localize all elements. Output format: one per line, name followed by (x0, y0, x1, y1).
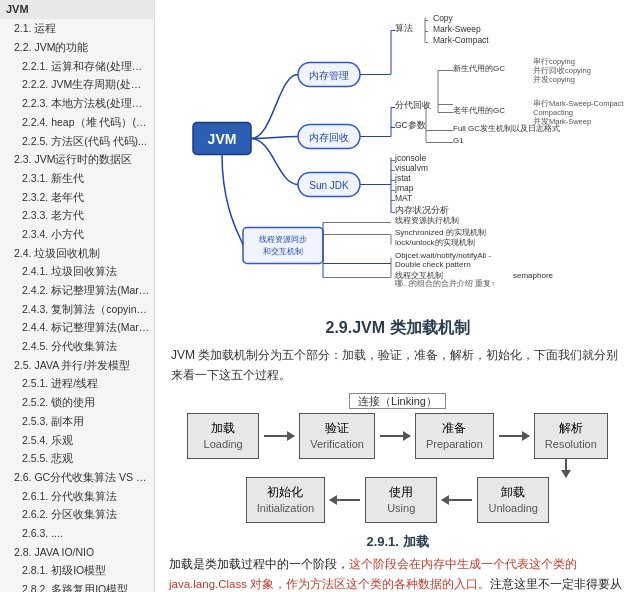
box-verification: 验证 Verification (299, 413, 375, 459)
sidebar-item[interactable]: 2.5.5. 悲观 (0, 449, 154, 468)
main-content[interactable]: JVM 内存管理 内存回收 Sun JDK 线程资源同步 和交互机制 算法 (155, 0, 640, 592)
arrow-2 (375, 435, 415, 437)
sidebar-item[interactable]: 2.4. 垃圾回收机制 (0, 244, 154, 263)
subsection-heading: 2.9.1. 加载 (171, 533, 624, 551)
svg-text:Mark-Sweep: Mark-Sweep (433, 24, 481, 34)
sidebar-item[interactable]: 2.4.4. 标记整理算法(Mark-Co... (0, 318, 154, 337)
down-arrow-resolution (565, 459, 567, 477)
svg-text:Full GC发生机制以及日志格式: Full GC发生机制以及日志格式 (453, 124, 560, 133)
sidebar-item[interactable]: 2.5.2. 锁的使用 (0, 393, 154, 412)
svg-text:GC参数: GC参数 (395, 120, 426, 130)
body-text-part1: 加载是类加载过程中的一个阶段， (169, 558, 349, 570)
svg-line-58 (360, 185, 395, 213)
sidebar-item[interactable]: 2.2.4. heap（堆 代码）(处理机制)... (0, 113, 154, 132)
sidebar-item[interactable]: 2.3.2. 老年代 (0, 188, 154, 207)
body-text: 加载是类加载过程中的一个阶段，这个阶段会在内存中生成一个代表这个类的 java.… (169, 555, 626, 592)
mindmap-svg: JVM 内存管理 内存回收 Sun JDK 线程资源同步 和交互机制 算法 (163, 10, 640, 300)
sidebar-item[interactable]: 2.2.1. 运算和存储(处理机制) (0, 57, 154, 76)
sidebar-item[interactable]: 2.3.4. 小方代 (0, 225, 154, 244)
svg-text:内存回收: 内存回收 (309, 132, 349, 143)
sidebar-item[interactable]: 2.4.2. 标记整理算法(Mark-Sw... (0, 281, 154, 300)
box-unloading: 卸载 Unloading (477, 477, 549, 523)
loading-diagram: 连接（Linking） 加载 Loading 验证 Verification (171, 394, 624, 523)
svg-text:MAT: MAT (395, 193, 412, 203)
sidebar-item[interactable]: 2.2. JVM的功能 (0, 38, 154, 57)
sidebar-item[interactable]: 2.1. 运程 (0, 19, 154, 38)
svg-text:semaphore: semaphore (513, 271, 554, 280)
box-resolution: 解析 Resolution (534, 413, 608, 459)
svg-text:和交互机制: 和交互机制 (263, 247, 303, 256)
sidebar-item[interactable]: 2.6.1. 分代收集算法 (0, 487, 154, 506)
svg-text:Compacting: Compacting (533, 108, 573, 117)
mindmap-area: JVM 内存管理 内存回收 Sun JDK 线程资源同步 和交互机制 算法 (155, 0, 640, 310)
section-heading: 2.9.JVM 类加载机制 (171, 318, 624, 339)
svg-text:Mark-Compact: Mark-Compact (433, 35, 489, 45)
svg-text:lock/unlock的实现机制: lock/unlock的实现机制 (395, 238, 475, 247)
svg-text:并发copying: 并发copying (533, 75, 575, 84)
box-loading: 加载 Loading (187, 413, 259, 459)
svg-text:Double check pattern: Double check pattern (395, 260, 471, 269)
svg-text:线程资源同步: 线程资源同步 (259, 235, 307, 244)
sidebar-item[interactable]: 2.8.1. 初级IO模型 (0, 561, 154, 580)
svg-text:Synchronized 的实现机制: Synchronized 的实现机制 (395, 228, 486, 237)
sidebar-item[interactable]: 2.2.3. 本地方法栈(处理机制) (0, 94, 154, 113)
svg-text:哪...的组合的合并介绍 重复↑: 哪...的组合的合并介绍 重复↑ (395, 279, 495, 288)
diagram-container: 加载 Loading 验证 Verification 准备 Preparatio… (171, 413, 624, 523)
sidebar-item[interactable]: 2.6.2. 分区收集算法 (0, 505, 154, 524)
sidebar-item[interactable]: 2.5.4. 乐观 (0, 431, 154, 450)
arrow-1 (259, 435, 299, 437)
sidebar-item[interactable]: 2.8.2. 多路复用IO模型 (0, 580, 154, 592)
down-arrows (171, 459, 624, 477)
sidebar-item[interactable]: 2.4.3. 复制算法（copying） (0, 300, 154, 319)
box-initialization: 初始化 Initialization (246, 477, 325, 523)
sidebar-item[interactable]: 2.5. JAVA 并行/并发模型 (0, 356, 154, 375)
svg-text:visualvm: visualvm (395, 163, 428, 173)
section-intro: JVM 类加载机制分为五个部分：加载，验证，准备，解析，初始化，下面我们就分别来… (171, 345, 624, 386)
sidebar-item[interactable]: 2.4.1. 垃圾回收算法 (0, 262, 154, 281)
svg-text:串行Mark-Sweep-Compact: 串行Mark-Sweep-Compact (533, 99, 625, 108)
svg-text:并行回收copying: 并行回收copying (533, 66, 591, 75)
svg-text:JVM: JVM (208, 131, 237, 147)
svg-text:G1: G1 (453, 136, 464, 145)
arrow-5 (325, 499, 365, 501)
svg-text:线程资源执行机制: 线程资源执行机制 (395, 216, 459, 225)
sidebar-item[interactable]: 2.5.1. 进程/线程 (0, 374, 154, 393)
svg-text:算法: 算法 (395, 23, 413, 33)
svg-rect-8 (243, 228, 323, 264)
svg-text:新生代用的GC: 新生代用的GC (453, 64, 505, 73)
box-preparation: 准备 Preparation (415, 413, 494, 459)
svg-text:Objcet.wait/notify/notifyAll -: Objcet.wait/notify/notifyAll - (395, 251, 491, 260)
svg-text:jmap: jmap (394, 183, 414, 193)
svg-text:Copy: Copy (433, 13, 454, 23)
top-flow-row: 加载 Loading 验证 Verification 准备 Preparatio… (187, 413, 608, 459)
sidebar-item[interactable]: 2.6. GC分代收集算法 VS 分区收集... (0, 468, 154, 487)
svg-text:串行copying: 串行copying (533, 57, 575, 66)
svg-text:jconsole: jconsole (394, 153, 426, 163)
sidebar-item[interactable]: 2.3.3. 老方代 (0, 206, 154, 225)
sidebar-item[interactable]: 2.5.3. 副本用 (0, 412, 154, 431)
sidebar-item[interactable]: 2.8. JAVA IO/NIO (0, 543, 154, 562)
linking-label: 连接（Linking） (171, 394, 624, 409)
svg-text:内存状况分析: 内存状况分析 (395, 205, 449, 215)
svg-text:jstat: jstat (394, 173, 411, 183)
arrow-4 (437, 499, 477, 501)
bottom-flow-row: 卸载 Unloading 使用 Using 初始化 Initialization (246, 477, 549, 523)
sidebar[interactable]: JVM2.1. 运程2.2. JVM的功能2.2.1. 运算和存储(处理机制)2… (0, 0, 155, 592)
svg-text:内存管理: 内存管理 (309, 70, 349, 81)
sidebar-item[interactable]: JVM (0, 0, 154, 19)
sidebar-item[interactable]: 2.3. JVM运行时的数据区 (0, 150, 154, 169)
sidebar-item[interactable]: 2.2.2. JVM生存周期(处理机制) (0, 75, 154, 94)
box-using: 使用 Using (365, 477, 437, 523)
svg-text:Sun JDK: Sun JDK (309, 180, 349, 191)
sidebar-item[interactable]: 2.6.3. .... (0, 524, 154, 543)
svg-text:老年代用的GC: 老年代用的GC (453, 106, 505, 115)
arrow-3 (494, 435, 534, 437)
sidebar-item[interactable]: 2.4.5. 分代收集算法 (0, 337, 154, 356)
sidebar-item[interactable]: 2.2.5. 方法区(代码 代码)... (0, 132, 154, 151)
sidebar-item[interactable]: 2.3.1. 新生代 (0, 169, 154, 188)
